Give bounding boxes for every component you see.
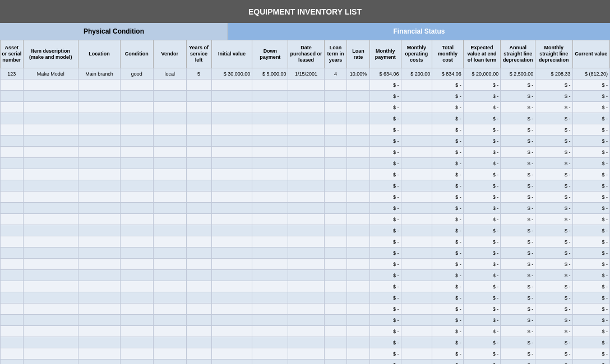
cell-annual_dep: $ - <box>501 169 535 180</box>
cell-loanterm <box>324 236 347 248</box>
cell-down <box>252 270 288 281</box>
cell-total_monthly: $ - <box>432 248 464 259</box>
cell-vendor <box>153 225 186 236</box>
cell-monthly_pay: $ - <box>369 80 401 91</box>
cell-vendor <box>153 259 186 270</box>
cell-condition <box>120 180 153 192</box>
cell-annual_dep: $ - <box>501 326 535 337</box>
cell-expected: $ - <box>463 326 500 337</box>
cell-initial <box>211 281 252 292</box>
financial-section-header: Financial Status <box>228 23 610 40</box>
cell-expected: $ - <box>463 292 500 304</box>
cell-expected: $ - <box>463 158 500 169</box>
table-row: $ -$ -$ -$ -$ -$ - <box>1 225 610 236</box>
cell-loanrate <box>347 270 370 281</box>
cell-annual_dep: $ - <box>501 180 535 192</box>
cell-expected: $ - <box>463 203 500 214</box>
cell-annual_dep: $ - <box>501 259 535 270</box>
table-wrapper: Asset or serial numberItem description (… <box>0 40 610 364</box>
cell-initial: $ 30,000.00 <box>211 68 252 80</box>
cell-total_monthly: $ - <box>432 281 464 292</box>
cell-monthly_op <box>401 292 432 304</box>
cell-monthly_op <box>401 326 432 337</box>
cell-loanrate <box>347 136 370 147</box>
cell-location <box>78 147 121 158</box>
cell-asset <box>1 102 24 113</box>
cell-initial <box>211 360 252 365</box>
cell-item <box>23 80 78 91</box>
cell-initial <box>211 113 252 124</box>
cell-total_monthly: $ - <box>432 259 464 270</box>
cell-annual_dep: $ - <box>501 203 535 214</box>
cell-years <box>186 270 211 281</box>
cell-loanrate <box>347 304 370 315</box>
col-header-monthly_pay: Monthly payment <box>369 40 401 68</box>
cell-annual_dep: $ - <box>501 337 535 348</box>
cell-monthly_dep: $ - <box>535 348 572 360</box>
cell-years <box>186 304 211 315</box>
cell-condition <box>120 124 153 136</box>
cell-location <box>78 80 121 91</box>
cell-location <box>78 259 121 270</box>
cell-location <box>78 337 121 348</box>
cell-date <box>288 158 324 169</box>
cell-loanrate <box>347 326 370 337</box>
cell-location <box>78 203 121 214</box>
cell-date <box>288 225 324 236</box>
cell-down <box>252 292 288 304</box>
cell-location <box>78 102 121 113</box>
cell-monthly_op <box>401 124 432 136</box>
cell-condition <box>120 158 153 169</box>
cell-asset <box>1 360 24 365</box>
cell-down: $ 5,000.00 <box>252 68 288 80</box>
cell-total_monthly: $ - <box>432 80 464 91</box>
cell-expected: $ - <box>463 91 500 102</box>
cell-expected: $ - <box>463 147 500 158</box>
cell-current: $ - <box>572 80 609 91</box>
cell-monthly_pay: $ - <box>369 203 401 214</box>
cell-annual_dep: $ - <box>501 102 535 113</box>
col-header-date: Date purchased or leased <box>288 40 324 68</box>
cell-monthly_dep: $ - <box>535 102 572 113</box>
cell-vendor <box>153 192 186 203</box>
cell-date <box>288 281 324 292</box>
cell-initial <box>211 259 252 270</box>
cell-down <box>252 259 288 270</box>
cell-total_monthly: $ - <box>432 348 464 360</box>
cell-vendor: local <box>153 68 186 80</box>
cell-current: $ - <box>572 259 609 270</box>
cell-total_monthly: $ - <box>432 192 464 203</box>
cell-monthly_dep: $ - <box>535 259 572 270</box>
cell-location <box>78 169 121 180</box>
physical-section-header: Physical Condition <box>0 23 228 40</box>
cell-location <box>78 281 121 292</box>
cell-expected: $ - <box>463 337 500 348</box>
cell-asset <box>1 80 24 91</box>
cell-annual_dep: $ - <box>501 315 535 326</box>
cell-date <box>288 124 324 136</box>
cell-date <box>288 80 324 91</box>
cell-current: $ - <box>572 225 609 236</box>
cell-location <box>78 236 121 248</box>
cell-asset <box>1 236 24 248</box>
cell-current: $ - <box>572 180 609 192</box>
cell-date <box>288 169 324 180</box>
cell-monthly_dep: $ - <box>535 113 572 124</box>
cell-item <box>23 348 78 360</box>
cell-loanterm <box>324 113 347 124</box>
cell-years <box>186 203 211 214</box>
cell-current: $ - <box>572 136 609 147</box>
cell-vendor <box>153 292 186 304</box>
col-header-monthly_op: Monthly operating costs <box>401 40 432 68</box>
cell-current: $ - <box>572 102 609 113</box>
cell-annual_dep: $ - <box>501 248 535 259</box>
cell-monthly_dep: $ - <box>535 158 572 169</box>
cell-item <box>23 225 78 236</box>
cell-initial <box>211 225 252 236</box>
cell-date <box>288 259 324 270</box>
cell-current: $ - <box>572 360 609 365</box>
cell-monthly_op <box>401 80 432 91</box>
col-header-loanterm: Loan term in years <box>324 40 347 68</box>
cell-down <box>252 147 288 158</box>
table-row: $ -$ -$ -$ -$ -$ - <box>1 102 610 113</box>
